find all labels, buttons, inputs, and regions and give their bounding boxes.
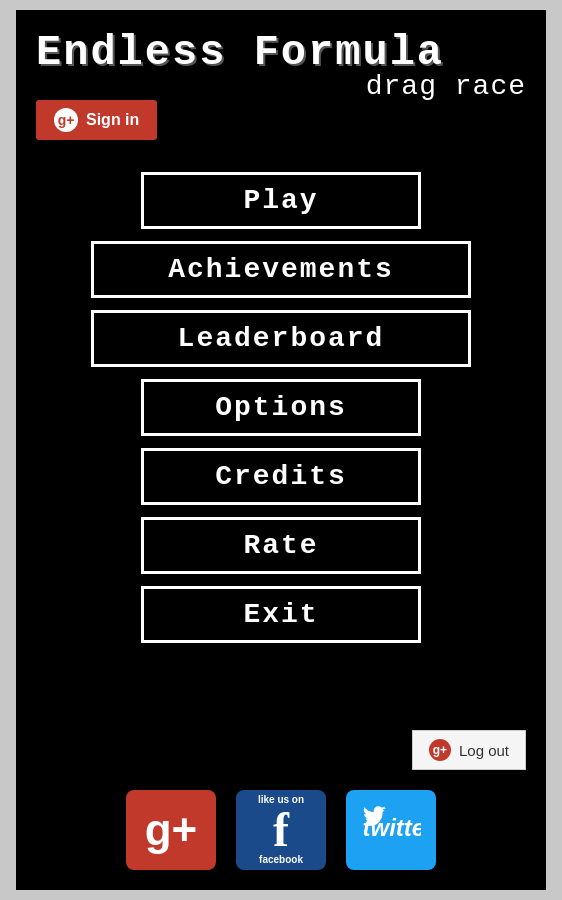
fb-logo: f	[273, 806, 289, 854]
app-title-main: Endless Formula	[36, 30, 526, 76]
social-facebook-button[interactable]: like us on f facebook	[236, 790, 326, 870]
social-gplus-button[interactable]: g+	[126, 790, 216, 870]
logout-label: Log out	[459, 742, 509, 759]
footer-area: g+ Log out g+ like us on f facebook	[16, 730, 546, 870]
app-container: Endless Formula drag race g+ Sign in Pla…	[16, 10, 546, 890]
gplus-icon: g+	[54, 108, 78, 132]
exit-button[interactable]: Exit	[141, 586, 421, 643]
social-links: g+ like us on f facebook twitter	[126, 790, 436, 870]
signin-label: Sign in	[86, 111, 139, 129]
leaderboard-button[interactable]: Leaderboard	[91, 310, 471, 367]
achievements-button[interactable]: Achievements	[91, 241, 471, 298]
rate-button[interactable]: Rate	[141, 517, 421, 574]
logout-button[interactable]: g+ Log out	[412, 730, 526, 770]
play-button[interactable]: Play	[141, 172, 421, 229]
credits-button[interactable]: Credits	[141, 448, 421, 505]
logout-gplus-icon: g+	[429, 739, 451, 761]
fb-content: like us on f facebook	[258, 794, 304, 866]
fb-word: facebook	[259, 854, 303, 866]
twitter-content: twitter	[361, 805, 421, 855]
signin-button[interactable]: g+ Sign in	[36, 100, 157, 140]
title-area: Endless Formula drag race g+ Sign in	[16, 10, 546, 112]
main-menu: Play Achievements Leaderboard Options Cr…	[16, 172, 546, 643]
social-twitter-button[interactable]: twitter	[346, 790, 436, 870]
twitter-bird-icon: twitter	[361, 805, 421, 855]
options-button[interactable]: Options	[141, 379, 421, 436]
gplus-big-icon: g+	[145, 805, 198, 855]
